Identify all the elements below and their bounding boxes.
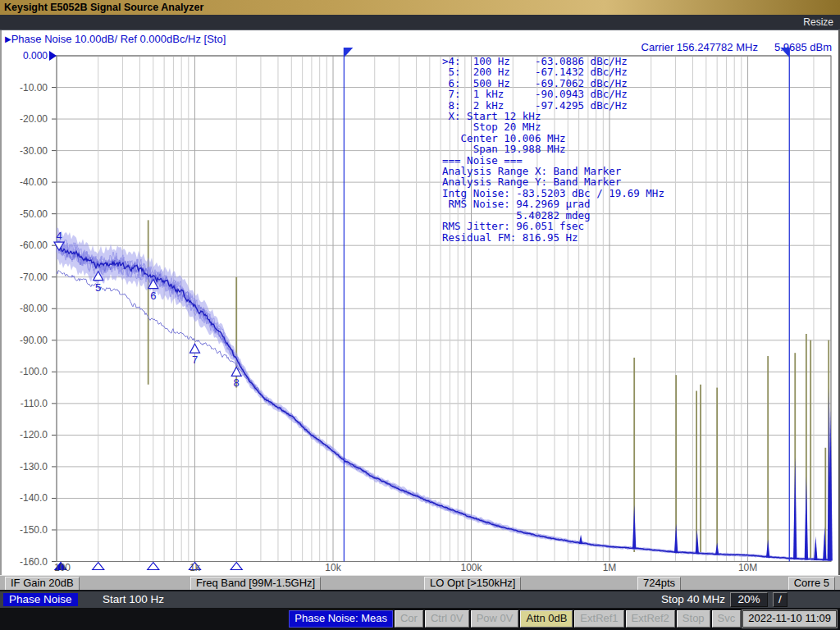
marker-readout-line: 8: 2 kHz -97.4295 dBc/Hz (442, 100, 664, 111)
y-axis-label: -10.00 (2, 82, 48, 94)
measurement-bar: Phase Noise Start 100 Hz Stop 40 MHz 20%… (0, 590, 840, 608)
phase-noise-plot[interactable]: 45678 (2, 30, 840, 575)
trace-noise-band (57, 228, 831, 562)
trace-marker-7[interactable]: 7 (190, 344, 200, 366)
marker-readout-line: Center 10.006 MHz (442, 133, 664, 144)
marker-readout-line: === Noise === (442, 155, 664, 166)
sweep-stop-label: Stop 40 MHz (661, 593, 725, 606)
status-item-pow-0v: Pow 0V (471, 610, 519, 628)
status-item-attn-0db: Attn 0dB (520, 610, 573, 628)
marker-axis-indicator (93, 563, 104, 570)
y-axis-label: -60.00 (2, 240, 48, 251)
y-axis-label: -130.0 (2, 461, 48, 472)
marker-axis-indicator (231, 563, 242, 570)
y-axis-label: -20.00 (2, 113, 48, 125)
y-axis-label: -50.00 (2, 208, 48, 220)
marker-axis-indicator (148, 563, 159, 570)
marker-number: 5 (95, 281, 101, 294)
measurement-mode-tab[interactable]: Phase Noise (3, 593, 78, 606)
ref-level-arrow-icon (49, 51, 57, 61)
measurement-display: ▶Phase Noise 10.00dB/ Ref 0.000dBc/Hz [S… (0, 30, 840, 575)
lo-opt-button[interactable]: LO Opt [>150kHz] (424, 577, 521, 591)
sweep-start-label: Start 100 Hz (103, 593, 164, 606)
x-axis-label: 10M (738, 562, 757, 573)
marker-readout-line: Analysis Range Y: Band Marker (442, 176, 664, 187)
y-axis-label: -70.00 (2, 272, 48, 283)
marker-number: 4 (56, 230, 62, 242)
marker-readout-line: 6: 500 Hz -69.7062 dBc/Hz (442, 78, 664, 89)
signal-spur (674, 523, 678, 553)
instrument-state-bar: IF Gain 20dB Freq Band [99M-1.5GHz] LO O… (0, 575, 840, 590)
marker-number: 6 (150, 290, 156, 302)
status-items: CorCtrl 0VPow 0VAttn 0dBExtRef1ExtRef2St… (395, 610, 741, 628)
y-axis-label: -140.0 (2, 492, 48, 504)
status-bar: Phase Noise: Meas CorCtrl 0VPow 0VAttn 0… (0, 608, 840, 630)
status-datetime: 2022-11-10 11:09 (742, 610, 837, 628)
y-axis-label: -100.0 (2, 366, 48, 377)
y-axis-label: -90.00 (2, 335, 48, 346)
y-axis-label: -80.00 (2, 303, 48, 314)
marker-readout-line: Residual FM: 816.95 Hz (442, 232, 664, 243)
window-title: Keysight E5052B Signal Source Analyzer (4, 2, 203, 13)
status-item-ctrl-0v: Ctrl 0V (425, 610, 469, 628)
marker-readout-line: Intg Noise: -83.5203 dBc / 19.69 MHz (442, 188, 664, 199)
window-titlebar: Keysight E5052B Signal Source Analyzer (0, 0, 840, 15)
instrument-window: Keysight E5052B Signal Source Analyzer R… (0, 0, 840, 630)
sweep-progress-indicator: 20% (730, 592, 768, 607)
marker-readout-list: >4: 100 Hz -63.0886 dBc/Hz 5: 200 Hz -67… (442, 56, 664, 243)
y-axis-label: -110.0 (2, 398, 48, 409)
if-gain-button[interactable]: IF Gain 20dB (5, 577, 80, 591)
resize-button[interactable]: Resize (803, 16, 833, 29)
status-measurement-button[interactable]: Phase Noise: Meas (289, 610, 393, 628)
signal-spur (579, 535, 582, 544)
marker-readout-line: 5: 200 Hz -67.1432 dBc/Hz (442, 66, 664, 77)
points-button[interactable]: 724pts (637, 577, 681, 591)
signal-spur (766, 540, 769, 558)
busy-indicator: / (773, 592, 788, 607)
status-item-stop: Stop (677, 610, 710, 628)
marker-readout-line: RMS Noise: 94.2969 µrad (442, 199, 664, 209)
marker-number: 7 (192, 354, 198, 366)
status-item-cor: Cor (395, 610, 423, 628)
y-axis-label: -30.00 (2, 145, 48, 157)
marker-readout-line: Span 19.988 MHz (442, 144, 664, 154)
marker-readout-line: X: Start 12 kHz (442, 111, 664, 121)
x-axis-label: 100k (461, 562, 482, 573)
marker-readout-line: RMS Jitter: 96.051 fsec (442, 221, 664, 231)
signal-spur (632, 504, 636, 549)
status-item-extref1: ExtRef1 (574, 610, 623, 628)
x-axis-label: 100 (54, 562, 71, 573)
status-item-svc: Svc (712, 610, 742, 628)
signal-spur (805, 476, 808, 559)
signal-spur (793, 457, 797, 559)
freq-band-button[interactable]: Freq Band [99M-1.5GHz] (190, 577, 321, 591)
y-axis-label: 0.000 (2, 50, 48, 62)
x-axis-label: 1M (603, 562, 617, 573)
marker-readout-line: >4: 100 Hz -63.0886 dBc/Hz (442, 56, 664, 66)
y-axis-label: -120.0 (2, 429, 48, 441)
marker-readout-line: 5.40282 mdeg (442, 210, 664, 221)
y-axis-label: -150.0 (2, 524, 48, 536)
marker-triangle-icon (190, 344, 200, 353)
marker-readout-line: Analysis Range X: Band Marker (442, 166, 664, 176)
correction-button[interactable]: Corre 5 (788, 577, 835, 591)
y-axis-label: -160.0 (2, 556, 48, 568)
signal-spur (814, 536, 817, 560)
marker-number: 8 (234, 377, 240, 389)
trace-noise-strand (57, 242, 831, 561)
marker-readout-line: 7: 1 kHz -90.0943 dBc/Hz (442, 89, 664, 99)
status-item-extref2: ExtRef2 (626, 610, 675, 628)
x-axis-label: 10k (325, 562, 340, 573)
signal-spur (715, 542, 719, 555)
marker-readout-line: Stop 20 MHz (442, 121, 664, 132)
menu-bar: Resize (0, 15, 840, 30)
y-axis-label: -40.00 (2, 176, 48, 188)
x-axis-label: 1k (189, 562, 200, 573)
